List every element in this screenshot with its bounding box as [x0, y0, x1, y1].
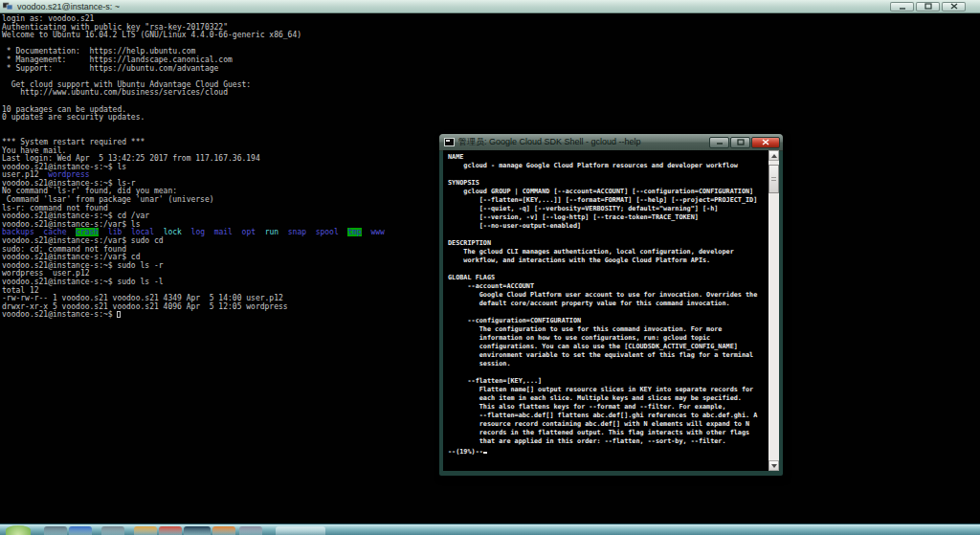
- gcloud-window-title: 管理员: Google Cloud SDK Shell - gcloud --h…: [458, 136, 641, 148]
- console-line: [448, 231, 768, 239]
- taskbar-icon-4[interactable]: [134, 526, 157, 535]
- terminal-line: [2, 98, 980, 106]
- taskbar[interactable]: [0, 524, 980, 535]
- console-line: resource record containing abc.def[] wit…: [448, 420, 768, 429]
- console-icon: [444, 138, 455, 146]
- gcloud-scrollbar[interactable]: [768, 150, 779, 471]
- console-line: [448, 170, 768, 179]
- console-line: NAME: [448, 153, 768, 162]
- taskbar-icon-8[interactable]: [239, 526, 262, 535]
- putty-close-button[interactable]: [942, 2, 966, 11]
- console-line: The configuration to use for this comman…: [448, 325, 768, 334]
- console-line: default core/account property value for …: [448, 300, 768, 308]
- console-line: configurations. You can also use the [CL…: [448, 343, 768, 351]
- taskbar-icon-2[interactable]: [69, 526, 92, 535]
- taskbar-icon-1[interactable]: [44, 526, 67, 535]
- scroll-up-arrow-icon[interactable]: [768, 150, 779, 161]
- console-line: gcloud GROUP | COMMAND [--account=ACCOUN…: [448, 188, 768, 196]
- console-line: --account=ACCOUNT: [448, 282, 768, 291]
- console-line: The gcloud CLI manages authentication, l…: [448, 248, 768, 256]
- console-line: [--flatten=[KEY,...]] [--format=FORMAT] …: [448, 196, 768, 205]
- start-button[interactable]: [6, 525, 31, 535]
- console-line: [448, 308, 768, 317]
- console-line: [--quiet, -q] [--verbosity=VERBOSITY; de…: [448, 205, 768, 213]
- console-line: session.: [448, 360, 768, 368]
- taskbar-active-window[interactable]: [276, 526, 325, 535]
- putty-maximize-button[interactable]: [916, 2, 940, 11]
- console-line: --flatten=[KEY,...]: [448, 377, 768, 386]
- taskbar-icon-5[interactable]: [159, 526, 182, 535]
- gcloud-titlebar[interactable]: 管理员: Google Cloud SDK Shell - gcloud --h…: [439, 134, 783, 151]
- gcloud-minimize-button[interactable]: [709, 137, 729, 148]
- taskbar-icon-7[interactable]: [212, 526, 235, 535]
- gcloud-console-body: NAME gcloud - manage Google Cloud Platfo…: [443, 150, 779, 471]
- console-line: each item in each slice. Multiple keys a…: [448, 394, 768, 403]
- terminal-line: http://www.ubuntu.com/business/services/…: [2, 89, 980, 98]
- gcloud-shell-window: 管理员: Google Cloud SDK Shell - gcloud --h…: [439, 134, 783, 476]
- console-line: Flatten name[] output resource slices in…: [448, 386, 768, 394]
- console-line: DESCRIPTION: [448, 239, 768, 248]
- console-line: gcloud - manage Google Cloud Platform re…: [448, 162, 768, 170]
- console-line: --(19%)--: [448, 446, 768, 455]
- gcloud-close-button[interactable]: [751, 137, 780, 148]
- terminal-line: 0 updates are security updates.: [2, 114, 980, 123]
- terminal-cursor: [117, 311, 121, 318]
- console-line: SYNOPSIS: [448, 179, 768, 188]
- taskbar-icon-3[interactable]: [101, 526, 124, 535]
- console-line: environment variable to set the equivale…: [448, 351, 768, 360]
- gcloud-maximize-button[interactable]: [730, 137, 750, 148]
- putty-icon: [3, 2, 13, 11]
- console-line: --configuration=CONFIGURATION: [448, 317, 768, 325]
- console-line: workflow, and interactions with the Goog…: [448, 256, 768, 265]
- console-cursor: [483, 446, 487, 454]
- terminal-line: 10 packages can be updated.: [2, 106, 980, 115]
- console-line: information on how to use configurations…: [448, 334, 768, 343]
- console-line: [448, 265, 768, 274]
- console-line: that are applied in this order: --flatte…: [448, 437, 768, 446]
- console-line: This also flattens keys for --format and…: [448, 403, 768, 412]
- terminal-line: [2, 123, 980, 131]
- gcloud-help-text: NAME gcloud - manage Google Cloud Platfo…: [443, 150, 768, 471]
- console-line: GLOBAL FLAGS: [448, 274, 768, 282]
- scroll-down-arrow-icon[interactable]: [768, 460, 779, 471]
- console-line: [--version, -v] [--log-http] [--trace-to…: [448, 213, 768, 222]
- putty-window-title: voodoo.s21@instance-s: ~: [17, 2, 120, 11]
- taskbar-icon-6[interactable]: [184, 526, 211, 535]
- putty-titlebar[interactable]: voodoo.s21@instance-s: ~: [0, 0, 980, 13]
- putty-minimize-button[interactable]: [890, 2, 914, 11]
- gcloud-window-controls: [709, 137, 780, 148]
- terminal-line: * Support: https://ubuntu.com/advantage: [2, 65, 980, 74]
- console-line: [--no-user-output-enabled]: [448, 222, 768, 231]
- scrollbar-thumb[interactable]: [768, 165, 779, 193]
- console-line: --flatten=abc.def[] flattens abc.def[].g…: [448, 412, 768, 420]
- console-line: records in the flattened output. This fl…: [448, 429, 768, 437]
- putty-window-controls: [890, 2, 966, 11]
- console-line: [448, 368, 768, 377]
- console-line: Google Cloud Platform user account to us…: [448, 291, 768, 300]
- terminal-line: Welcome to Ubuntu 16.04.2 LTS (GNU/Linux…: [2, 32, 980, 40]
